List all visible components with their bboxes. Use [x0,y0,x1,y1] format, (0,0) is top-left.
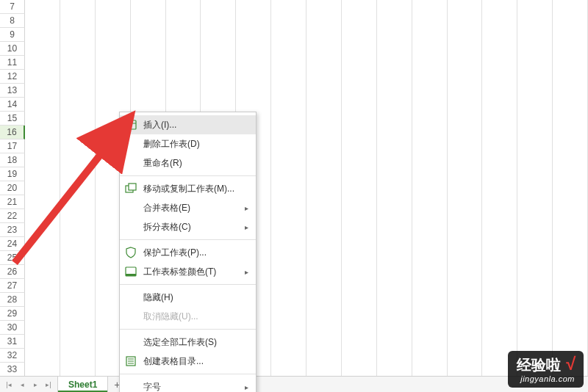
cell[interactable] [553,28,588,42]
row-header[interactable]: 22 [0,209,25,223]
cell[interactable] [377,139,412,153]
row-header[interactable]: 7 [0,0,25,14]
prev-sheet-button[interactable]: ◂ [16,379,28,391]
cell[interactable] [306,251,342,265]
cell[interactable] [482,293,517,307]
row-header[interactable]: 15 [0,112,25,126]
cell[interactable] [271,14,306,28]
menu-tab-color[interactable]: 工作表标签颜色(T) ▸ [120,262,256,281]
cell[interactable] [25,237,60,251]
cell[interactable] [25,251,60,265]
cell[interactable] [517,293,553,307]
cell[interactable] [553,181,588,195]
cell[interactable] [271,181,306,195]
cell[interactable] [517,209,553,223]
cell[interactable] [412,209,448,223]
cell[interactable] [553,335,588,349]
cell[interactable] [271,28,306,42]
cell[interactable] [201,42,236,56]
cell[interactable] [482,126,517,139]
cell[interactable] [271,42,306,56]
cell[interactable] [448,349,483,363]
cell[interactable] [96,98,131,112]
cell[interactable] [201,0,236,14]
row-header[interactable]: 31 [0,335,25,349]
row-header[interactable]: 26 [0,265,25,279]
cell[interactable] [377,223,412,237]
cell[interactable] [60,335,96,349]
row-header[interactable]: 33 [0,363,25,377]
cell[interactable] [553,14,588,28]
cell[interactable] [553,265,588,279]
cell[interactable] [448,307,483,321]
cell[interactable] [517,223,553,237]
cell[interactable] [271,153,306,167]
cell[interactable] [412,279,448,293]
cell[interactable] [342,349,377,363]
cell[interactable] [306,363,342,377]
row-header[interactable]: 21 [0,195,25,209]
cell[interactable] [271,56,306,70]
cell[interactable] [517,84,553,98]
cell[interactable] [25,265,60,279]
cell[interactable] [377,84,412,98]
cell[interactable] [60,56,96,70]
cell[interactable] [412,84,448,98]
cell[interactable] [448,265,483,279]
cell[interactable] [517,56,553,70]
cell[interactable] [448,56,483,70]
cell[interactable] [306,181,342,195]
cell[interactable] [377,181,412,195]
cell[interactable] [131,56,166,70]
cell[interactable] [201,28,236,42]
menu-hide[interactable]: 隐藏(H) [120,288,256,307]
cell[interactable] [25,153,60,167]
cell[interactable] [482,251,517,265]
cell[interactable] [482,139,517,153]
cell[interactable] [342,14,377,28]
cell[interactable] [448,98,483,112]
cell[interactable] [306,28,342,42]
cell[interactable] [271,126,306,139]
cell[interactable] [482,209,517,223]
cell[interactable] [25,14,60,28]
cell[interactable] [306,195,342,209]
cell[interactable] [448,112,483,126]
row-header[interactable]: 18 [0,153,25,167]
cell[interactable] [25,307,60,321]
cell[interactable] [412,293,448,307]
cell[interactable] [96,14,131,28]
cell[interactable] [342,293,377,307]
row-header[interactable]: 32 [0,349,25,363]
cell[interactable] [517,153,553,167]
cell[interactable] [306,14,342,28]
cell[interactable] [25,223,60,237]
cell[interactable] [412,70,448,84]
cell[interactable] [377,363,412,377]
cell[interactable] [60,195,96,209]
cell[interactable] [342,112,377,126]
cell[interactable] [271,237,306,251]
cell[interactable] [377,279,412,293]
cell[interactable] [25,167,60,181]
cell[interactable] [25,98,60,112]
cell[interactable] [448,279,483,293]
cell[interactable] [412,14,448,28]
cell[interactable] [553,84,588,98]
cell[interactable] [236,70,271,84]
cell[interactable] [517,167,553,181]
cell[interactable] [25,56,60,70]
cell[interactable] [553,279,588,293]
cell[interactable] [448,14,483,28]
cell[interactable] [96,28,131,42]
cell[interactable] [96,84,131,98]
cell[interactable] [412,349,448,363]
row-header[interactable]: 23 [0,223,25,237]
cell[interactable] [482,167,517,181]
cell[interactable] [448,293,483,307]
menu-delete-sheet[interactable]: 删除工作表(D) [120,134,256,153]
cell[interactable] [482,42,517,56]
cell[interactable] [25,293,60,307]
row-header[interactable]: 9 [0,28,25,42]
cell[interactable] [553,153,588,167]
